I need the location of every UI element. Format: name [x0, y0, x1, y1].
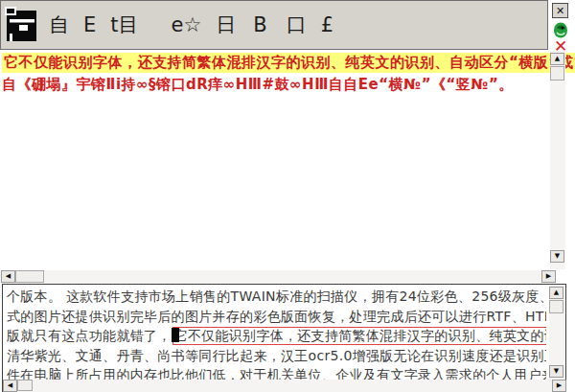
- scroll-right-button[interactable]: ▶: [552, 380, 566, 392]
- toolbar-button-4[interactable]: e☆: [172, 15, 202, 35]
- ocr-app-window: 自 E t目 e☆ 日 B 口 £ ✕ ✕ 它不仅能识别字体，还支持简繁体混排汉…: [0, 0, 575, 392]
- hscroll-thumb[interactable]: [15, 270, 44, 283]
- top-pane-hscrollbar[interactable]: [0, 270, 556, 284]
- vscroll-thumb[interactable]: [550, 66, 564, 81]
- toolbar-button-7[interactable]: 口: [287, 15, 307, 35]
- hscroll-thumb[interactable]: [17, 380, 33, 391]
- down-arrow-icon: ▼: [554, 367, 559, 375]
- toolbar-button-6[interactable]: B: [253, 15, 266, 35]
- close-button[interactable]: ✕: [552, 3, 568, 18]
- scroll-up-button[interactable]: ▲: [550, 53, 564, 65]
- text-cursor: [172, 328, 179, 342]
- vscroll-thumb[interactable]: [549, 300, 564, 313]
- app-icon[interactable]: [5, 7, 39, 43]
- top-pane-vscrollbar[interactable]: [550, 51, 565, 269]
- toolbar-button-3[interactable]: t目: [110, 15, 138, 35]
- source-line-1: 个版本。 这款软件支持市场上销售的TWAIN标准的扫描仪，拥有24位彩色、256…: [7, 287, 546, 307]
- left-arrow-icon: ◀: [6, 272, 11, 280]
- toolbar-button-8[interactable]: £: [321, 15, 334, 35]
- source-line-3: 版就只有这点功能就错了，它不仅能识别字体，还支持简繁体混排汉字的识别、纯英文的识…: [7, 326, 546, 346]
- scroll-down-button[interactable]: ▼: [550, 250, 564, 263]
- toolbar-button-5[interactable]: 日: [216, 15, 236, 35]
- selection-box[interactable]: 它不仅能识别字体，还支持简繁体混排汉字的识别、纯英文的识别、自动区分“横版”: [172, 327, 546, 345]
- toolbar-button-1[interactable]: 自: [49, 15, 69, 35]
- toolbar: 自 E t目 e☆ 日 B 口 £: [0, 0, 548, 50]
- right-arrow-icon: ▶: [546, 272, 551, 280]
- toolbar-button-2[interactable]: E: [83, 15, 96, 35]
- source-line-4: 清华紫光、文通、丹青、尚书等同行比起来，汉王ocr5.0增强版无论在识别速度还是…: [7, 346, 546, 366]
- source-line-3-prefix: 版就只有这点功能就错了，: [7, 328, 172, 343]
- right-arrow-icon: ▶: [557, 381, 562, 389]
- scroll-right-button[interactable]: ▶: [541, 270, 556, 283]
- source-text-pane[interactable]: 个版本。 这款软件支持市场上销售的TWAIN标准的扫描仪，拥有24位彩色、256…: [2, 284, 566, 392]
- source-line-2: 式的图片还提供识别完毕后的图片并存的彩色版面恢复，处理完成后还可以进行RTF、H…: [7, 307, 546, 327]
- up-arrow-icon: ▲: [554, 288, 559, 296]
- scroll-left-button[interactable]: ◀: [3, 380, 17, 392]
- up-arrow-icon: ▲: [555, 55, 560, 62]
- scroll-down-button[interactable]: ▼: [549, 365, 564, 378]
- recognized-line-highlighted[interactable]: 它不仅能识别字体，还支持简繁体混排汉字的识别、纯英文的识别、自动区分“横版”或“…: [2, 53, 575, 73]
- scroll-up-button[interactable]: ▲: [549, 287, 564, 299]
- bottom-pane-hscrollbar[interactable]: [3, 380, 564, 392]
- recognized-line-2[interactable]: 自《硼塌』宇镕Ⅱi持∞§镕口dR痒∞HⅢ#鼓∞HⅢ自自Ee“横№”《“竖№”。: [2, 76, 514, 94]
- close-icon: ✕: [556, 5, 564, 17]
- left-arrow-icon: ◀: [8, 381, 12, 389]
- down-arrow-icon: ▼: [555, 252, 560, 260]
- scroll-left-button[interactable]: ◀: [1, 270, 15, 283]
